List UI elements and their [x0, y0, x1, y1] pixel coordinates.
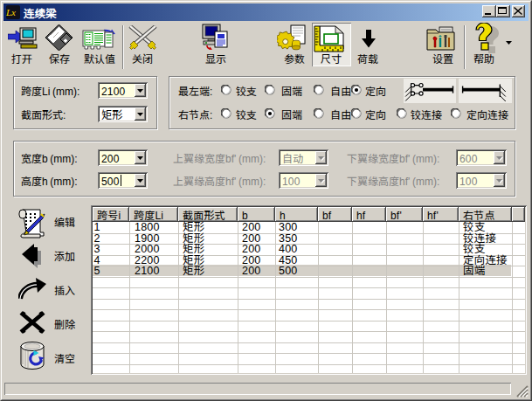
- svg-text:Lx: Lx: [6, 7, 16, 17]
